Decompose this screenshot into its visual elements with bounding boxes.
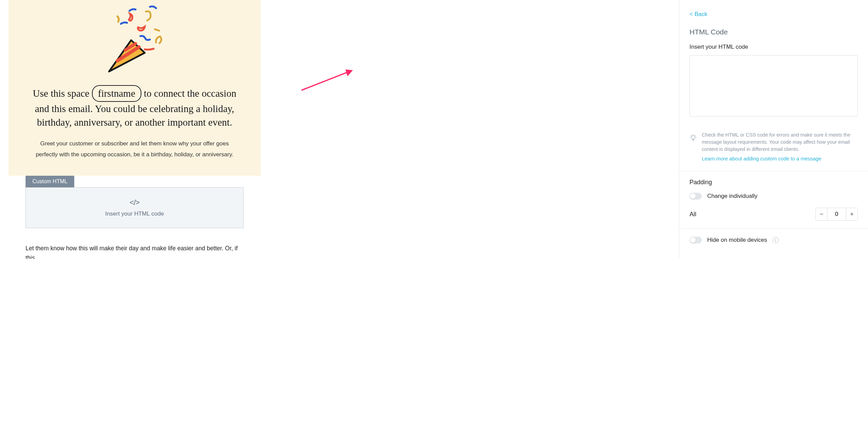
custom-html-placeholder: Insert your HTML code — [105, 210, 164, 217]
learn-more-link[interactable]: Learn more about adding custom code to a… — [702, 156, 858, 161]
firstname-merge-tag[interactable]: firstname — [92, 85, 142, 102]
back-link[interactable]: < Back — [689, 11, 707, 18]
padding-all-label: All — [689, 211, 696, 218]
properties-sidebar: < Back HTML Code Insert your HTML code C… — [679, 0, 868, 259]
hero-text-part1: Use this space — [33, 88, 89, 99]
hint-text: Check the HTML or CSS code for errors an… — [702, 131, 858, 153]
body-paragraph: Let them know how this will make their d… — [26, 243, 244, 259]
custom-html-block[interactable]: Custom HTML </> Insert your HTML code — [26, 176, 244, 228]
info-icon[interactable]: i — [773, 237, 779, 243]
padding-value-input[interactable] — [827, 208, 846, 220]
html-code-textarea[interactable] — [689, 55, 858, 116]
change-individually-toggle[interactable] — [689, 193, 702, 200]
custom-html-tab[interactable]: Custom HTML — [26, 176, 74, 187]
svg-line-0 — [301, 72, 347, 90]
hide-on-mobile-row: Hide on mobile devices i — [689, 229, 858, 251]
lightbulb-icon — [689, 134, 697, 142]
annotation-arrow-icon — [300, 68, 354, 92]
email-canvas: Use this space firstname to connect the … — [0, 0, 679, 259]
change-individually-label: Change individually — [707, 193, 757, 200]
padding-section: Padding Change individually All − + — [689, 171, 858, 228]
hero-title: Use this space firstname to connect the … — [29, 85, 240, 129]
hide-on-mobile-toggle[interactable] — [689, 237, 702, 243]
party-popper-icon — [99, 3, 170, 75]
padding-decrement-button[interactable]: − — [816, 208, 827, 220]
hide-on-mobile-label: Hide on mobile devices — [707, 237, 767, 243]
html-code-label: Insert your HTML code — [689, 44, 858, 50]
svg-point-2 — [692, 136, 695, 139]
padding-heading: Padding — [689, 179, 858, 186]
panel-heading: HTML Code — [689, 28, 858, 36]
svg-marker-1 — [345, 69, 353, 76]
hero-subtext: Greet your customer or subscriber and le… — [29, 138, 240, 160]
hint-row: Check the HTML or CSS code for errors an… — [689, 131, 858, 171]
custom-html-dropzone[interactable]: </> Insert your HTML code — [26, 187, 244, 228]
padding-all-stepper[interactable]: − + — [816, 208, 858, 221]
change-individually-row: Change individually — [689, 193, 858, 200]
hero-block: Use this space firstname to connect the … — [9, 0, 261, 176]
padding-increment-button[interactable]: + — [846, 208, 857, 220]
code-icon: </> — [130, 198, 140, 207]
